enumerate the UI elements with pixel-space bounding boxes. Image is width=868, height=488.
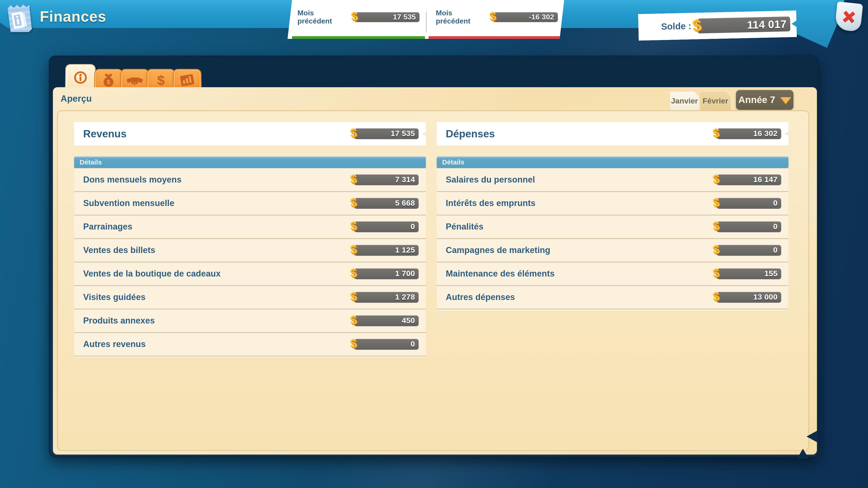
dollar-icon: $ xyxy=(712,220,720,233)
dollar-icon: $ xyxy=(350,337,358,350)
month-button-fevrier[interactable]: Février xyxy=(700,92,731,110)
balance-label: Solde : xyxy=(661,21,691,32)
income-rows: Dons mensuels moyens $7 314 Subvention m… xyxy=(74,168,426,357)
prev-month-income-label: Mois précédent xyxy=(298,9,332,25)
balance-amount: $ 114 017 xyxy=(698,17,790,33)
amount-pill: $1 278 xyxy=(354,292,418,303)
dollar-icon: $ xyxy=(350,243,358,256)
amount-pill: $0 xyxy=(717,198,781,209)
amount-pill: $16 147 xyxy=(717,174,781,185)
dollar-icon: $ xyxy=(712,173,720,186)
chevron-down-icon xyxy=(780,97,791,104)
expense-total-card: Dépenses $ 16 302 xyxy=(437,122,788,145)
close-icon xyxy=(839,7,859,27)
month-button-janvier[interactable]: Janvier xyxy=(670,92,699,110)
info-icon xyxy=(73,70,88,85)
prev-month-income: Mois précédent $ 17 535 xyxy=(287,0,426,39)
svg-text:$: $ xyxy=(107,78,110,85)
table-row: Pénalités $0 xyxy=(437,216,788,239)
table-row: Ventes de la boutique de cadeaux $1 700 xyxy=(74,263,426,286)
page-title-group: Finances xyxy=(5,3,106,33)
table-row: Ventes des billets $1 125 xyxy=(74,239,426,263)
svg-text:$: $ xyxy=(157,72,165,88)
year-dropdown-label: Année 7 xyxy=(738,94,775,105)
amount-pill: $0 xyxy=(354,221,418,232)
expense-rows: Salaires du personnel $16 147 Intérêts d… xyxy=(437,168,788,310)
dollar-icon: $ xyxy=(712,267,720,280)
details-container: Revenus $ 17 535 Détails Dons mensuels m… xyxy=(57,110,809,451)
table-row: Campagnes de marketing $0 xyxy=(437,239,788,263)
income-title: Revenus xyxy=(74,128,127,140)
table-row: Maintenance des éléments $155 xyxy=(437,263,788,286)
amount-pill: $13 000 xyxy=(717,292,781,303)
table-row: Subvention mensuelle $5 668 xyxy=(74,192,426,216)
divider xyxy=(426,12,427,33)
dollar-icon: $ xyxy=(489,10,497,23)
income-indicator-bar xyxy=(292,36,425,39)
prev-month-expense-label: Mois précédent xyxy=(436,9,470,25)
dollar-icon: $ xyxy=(712,127,720,140)
dollar-icon: $ xyxy=(712,291,720,303)
amount-pill: $450 xyxy=(354,315,418,326)
table-row: Produits annexes $450 xyxy=(74,310,426,333)
amount-pill: $0 xyxy=(354,339,418,350)
income-total-card: Revenus $ 17 535 xyxy=(74,122,426,145)
table-row: Dons mensuels moyens $7 314 xyxy=(74,168,426,192)
amount-pill: $1 700 xyxy=(354,268,418,279)
expense-indicator-bar xyxy=(429,36,561,39)
amount-pill: $0 xyxy=(717,245,781,256)
bar-chart-icon xyxy=(179,73,195,87)
dollar-icon: $ xyxy=(712,197,720,209)
table-row: Intérêts des emprunts $0 xyxy=(437,192,788,216)
previous-month-summary: Mois précédent $ 17 535 Mois précédent $… xyxy=(287,0,564,39)
amount-pill: $155 xyxy=(717,268,781,279)
dollar-icon: $ xyxy=(350,267,358,280)
dollar-icon: $ xyxy=(350,220,358,233)
handshake-icon xyxy=(127,73,143,87)
screen: Finances Mois précédent $ 17 535 Mois pr… xyxy=(0,0,868,488)
table-row: Autres dépenses $13 000 xyxy=(437,286,788,310)
resize-handle-bottom[interactable] xyxy=(797,449,809,459)
money-bag-icon: $ xyxy=(101,72,116,88)
overview-panel: Aperçu Janvier Février Année 7 Revenus $… xyxy=(53,87,817,455)
table-row: Visites guidées $1 278 xyxy=(74,286,426,310)
dollar-icon: $ xyxy=(692,17,703,34)
income-details-header: Détails xyxy=(74,156,426,168)
prev-month-income-amount: $ 17 535 xyxy=(355,12,420,22)
amount-pill: $1 125 xyxy=(354,245,418,256)
dollar-icon: $ xyxy=(351,10,359,23)
section-title: Aperçu xyxy=(61,94,92,104)
income-total-amount: $ 17 535 xyxy=(354,128,418,139)
dollar-icon: $ xyxy=(350,314,358,327)
page-title: Finances xyxy=(40,8,106,28)
year-dropdown[interactable]: Année 7 xyxy=(736,90,794,110)
table-row: Salaires du personnel $16 147 xyxy=(437,168,788,192)
tab-overview[interactable] xyxy=(66,65,95,90)
dollar-icon: $ xyxy=(154,72,168,88)
amount-pill: $7 314 xyxy=(354,174,418,185)
table-row: Parrainages $0 xyxy=(74,216,426,239)
prev-month-expense-amount: $ -16 302 xyxy=(494,12,558,22)
finances-ticket-icon xyxy=(5,2,33,34)
dollar-icon: $ xyxy=(350,197,358,209)
balance-banner: Solde : $ 114 017 xyxy=(638,10,797,41)
dollar-icon: $ xyxy=(350,127,358,140)
close-button[interactable] xyxy=(835,1,863,32)
amount-pill: $0 xyxy=(717,221,781,232)
expense-total-amount: $ 16 302 xyxy=(717,128,781,139)
prev-month-expense: Mois précédent $ -16 302 xyxy=(426,0,564,39)
expense-title: Dépenses xyxy=(437,128,495,140)
resize-handle-right[interactable] xyxy=(807,431,817,442)
dollar-icon: $ xyxy=(350,173,358,186)
expense-details-header: Détails xyxy=(437,156,788,168)
dollar-icon: $ xyxy=(350,291,358,303)
finances-window: $ $ xyxy=(49,56,819,457)
table-row: Autres revenus $0 xyxy=(74,333,426,357)
amount-pill: $5 668 xyxy=(354,198,418,209)
top-bar-ribbon-end xyxy=(788,9,844,48)
dollar-icon: $ xyxy=(712,243,720,256)
